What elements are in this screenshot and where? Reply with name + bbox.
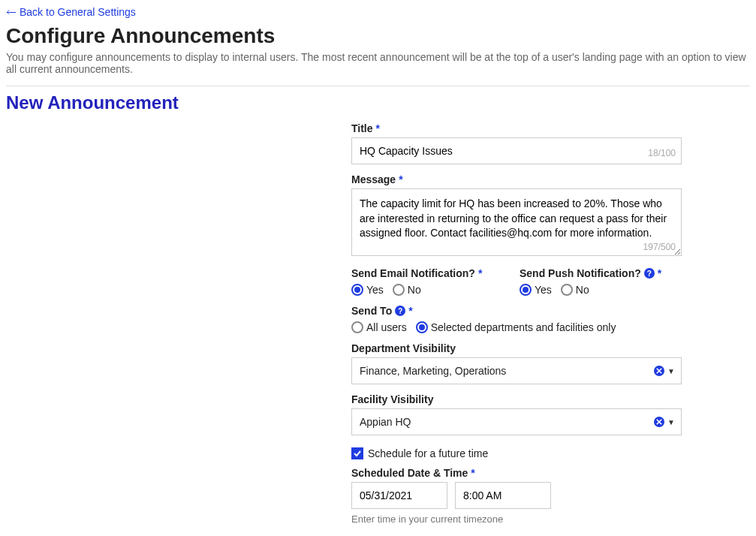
help-icon[interactable]: ? (644, 268, 655, 279)
dept-visibility-select[interactable]: Finance, Marketing, Operations ▼ (351, 357, 682, 384)
required-star: * (376, 122, 380, 134)
help-icon[interactable]: ? (395, 306, 405, 316)
required-star: * (399, 173, 402, 185)
schedule-checkbox[interactable]: Schedule for a future time (351, 447, 488, 459)
send-to-all-radio[interactable]: All users (351, 321, 407, 333)
dept-visibility-label: Department Visibility (351, 342, 682, 354)
facility-visibility-label: Facility Visibility (351, 393, 682, 405)
push-notif-label: Send Push Notification? ? * (520, 267, 682, 279)
title-char-count: 18/100 (648, 148, 676, 158)
clear-icon[interactable] (654, 366, 664, 376)
announcement-form: Title * 18/100 Message * 197/500 Send Em… (351, 122, 682, 536)
section-title: New Announcement (6, 92, 750, 113)
send-to-selected-radio[interactable]: Selected departments and facilities only (416, 321, 616, 333)
chevron-down-icon: ▼ (667, 418, 675, 426)
arrow-left-icon: 🡐 (6, 6, 17, 18)
message-input[interactable] (351, 188, 682, 256)
email-notif-no-radio[interactable]: No (393, 284, 421, 296)
back-link-text: Back to General Settings (20, 6, 136, 18)
email-notif-yes-radio[interactable]: Yes (351, 284, 384, 296)
email-notif-label: Send Email Notification? * (351, 267, 514, 279)
page-title: Configure Announcements (6, 24, 750, 48)
page-description: You may configure announcements to displ… (6, 51, 750, 75)
clear-icon[interactable] (654, 417, 664, 427)
message-char-count: 197/500 (643, 242, 676, 252)
required-star: * (471, 467, 474, 479)
timezone-hint: Enter time in your current timezone (351, 513, 682, 525)
scheduled-date-input[interactable] (351, 482, 447, 509)
back-link[interactable]: 🡐 Back to General Settings (6, 6, 136, 18)
send-to-label: Send To ? * (351, 305, 682, 317)
checkbox-checked-icon (351, 447, 363, 459)
required-star: * (408, 305, 412, 317)
scheduled-time-input[interactable] (455, 482, 551, 509)
divider (6, 86, 750, 86)
scheduled-label: Scheduled Date & Time * (351, 467, 682, 479)
push-notif-yes-radio[interactable]: Yes (520, 284, 552, 296)
title-label: Title * (351, 122, 682, 134)
required-star: * (478, 267, 482, 279)
facility-visibility-select[interactable]: Appian HQ ▼ (351, 408, 682, 435)
push-notif-no-radio[interactable]: No (561, 284, 589, 296)
message-label: Message * (351, 173, 682, 185)
title-input[interactable] (351, 137, 682, 164)
required-star: * (658, 267, 661, 279)
chevron-down-icon: ▼ (667, 367, 675, 375)
